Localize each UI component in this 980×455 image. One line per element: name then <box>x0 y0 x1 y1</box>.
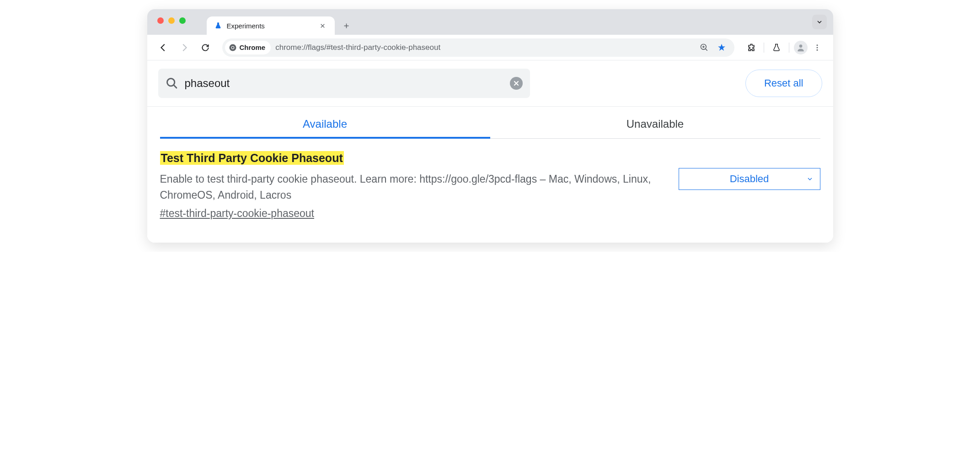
svg-point-6 <box>816 47 818 48</box>
svg-point-4 <box>799 44 802 48</box>
forward-button[interactable] <box>177 40 192 55</box>
site-chip[interactable]: Chrome <box>225 41 271 54</box>
page-content: Reset all Available Unavailable Test Thi… <box>147 60 833 243</box>
search-row: Reset all <box>147 60 833 107</box>
titlebar: Experiments <box>147 9 833 35</box>
url-text: chrome://flags/#test-third-party-cookie-… <box>275 43 695 52</box>
zoom-icon[interactable] <box>700 43 709 52</box>
tab-title: Experiments <box>227 22 314 30</box>
svg-point-7 <box>816 49 818 50</box>
back-button[interactable] <box>155 40 171 55</box>
chrome-icon <box>229 43 237 52</box>
divider <box>764 43 764 53</box>
flag-state-value: Disabled <box>730 173 769 185</box>
site-chip-label: Chrome <box>240 43 266 51</box>
flag-anchor-link[interactable]: #test-third-party-cookie-phaseout <box>160 207 315 220</box>
close-tab-button[interactable] <box>318 21 327 30</box>
new-tab-button[interactable] <box>339 18 354 33</box>
divider <box>789 43 789 53</box>
menu-button[interactable] <box>809 40 825 55</box>
labs-button[interactable] <box>769 40 784 55</box>
toolbar-right <box>744 40 825 55</box>
search-icon <box>166 77 178 90</box>
tabs: Available Unavailable <box>147 107 833 139</box>
address-bar[interactable]: Chrome chrome://flags/#test-third-party-… <box>222 38 734 57</box>
browser-tab[interactable]: Experiments <box>207 16 335 35</box>
flag-description: Enable to test third-party cookie phaseo… <box>160 171 660 203</box>
svg-point-5 <box>816 44 818 46</box>
search-box <box>158 69 530 98</box>
tab-available[interactable]: Available <box>160 118 490 139</box>
window-controls <box>157 17 186 24</box>
tab-list-button[interactable] <box>812 15 827 29</box>
flag-item: Test Third Party Cookie Phaseout Enable … <box>147 139 833 243</box>
flag-title: Test Third Party Cookie Phaseout <box>160 151 344 165</box>
profile-button[interactable] <box>794 41 808 54</box>
svg-point-2 <box>231 46 234 49</box>
browser-window: Experiments <box>147 9 833 243</box>
chevron-down-icon <box>806 175 814 183</box>
close-window-button[interactable] <box>157 17 164 24</box>
extensions-button[interactable] <box>744 40 759 55</box>
fullscreen-window-button[interactable] <box>179 17 186 24</box>
reload-button[interactable] <box>198 40 213 55</box>
flag-state-select[interactable]: Disabled <box>679 168 820 190</box>
flask-icon <box>214 22 222 30</box>
tab-unavailable[interactable]: Unavailable <box>490 118 820 139</box>
clear-search-button[interactable] <box>510 77 523 90</box>
toolbar: Chrome chrome://flags/#test-third-party-… <box>147 35 833 60</box>
reset-all-button[interactable]: Reset all <box>745 70 822 97</box>
minimize-window-button[interactable] <box>168 17 175 24</box>
flag-info: Test Third Party Cookie Phaseout Enable … <box>160 152 660 220</box>
bookmark-icon[interactable] <box>717 43 726 52</box>
search-input[interactable] <box>185 77 503 90</box>
